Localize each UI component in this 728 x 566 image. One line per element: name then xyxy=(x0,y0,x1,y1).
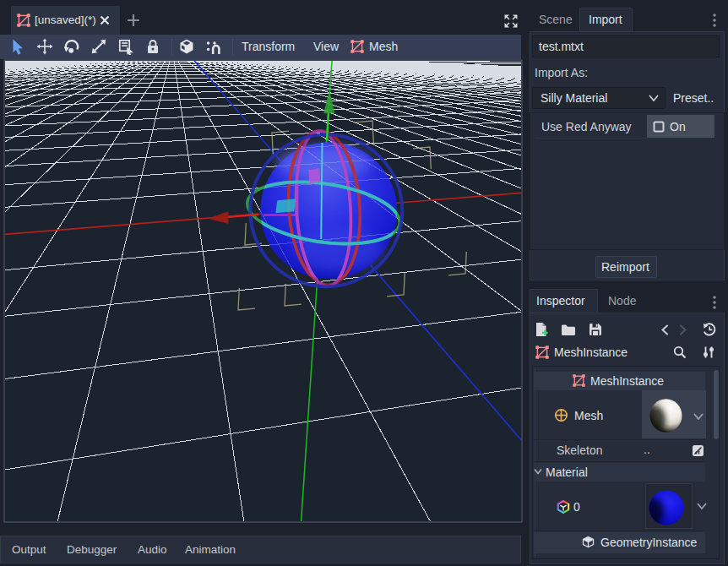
svg-text:[ Perspective ]: [ Perspective ] xyxy=(13,71,82,84)
